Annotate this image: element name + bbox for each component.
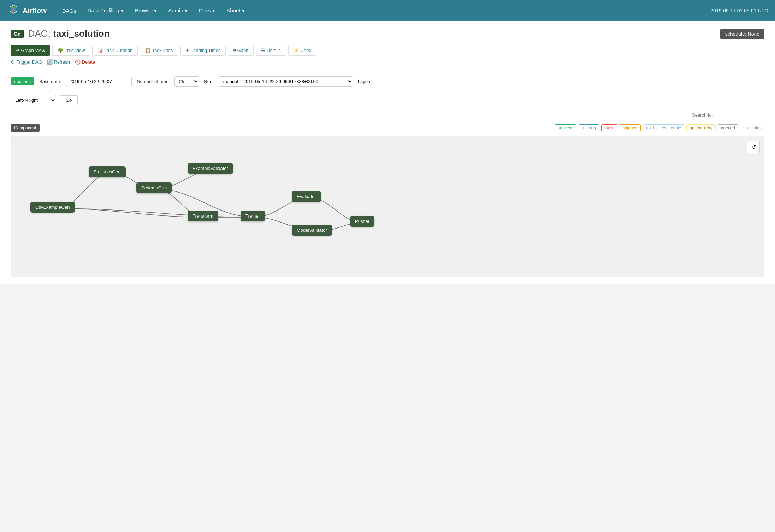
component-label: Component [11,124,40,132]
nav-about[interactable]: About ▾ [221,5,249,17]
dag-title-area: On DAG: taxi_solution [11,28,110,39]
legend-no-status: no_status [740,125,764,131]
nav-admin[interactable]: Admin ▾ [163,5,193,17]
search-input[interactable] [687,110,764,120]
go-button[interactable]: Go [60,95,78,105]
node-evaluator[interactable]: Evaluator [292,191,321,202]
legend-row: Component success running failed skipped… [11,124,764,132]
nav-docs[interactable]: Docs ▾ [194,5,220,17]
tab-task-tries[interactable]: 📋 Task Tries [140,45,178,56]
tab-gantt[interactable]: ≡ Gantt [228,45,254,56]
status-badge: success [11,77,34,85]
dag-toggle[interactable]: On [11,30,24,38]
search-row [11,110,764,120]
layout-row: Left->Right Top->Bottom Go [11,95,764,105]
legend-skipped: skipped [620,124,640,131]
run-label: Run: [204,79,213,84]
view-tabs: ✳ Graph View 🌳 Tree View 📊 Task Duration… [11,45,764,56]
dag-graph-container: ↺ CsvExampleGen StatisticsGen SchemaGen … [11,136,764,277]
trigger-dag-button[interactable]: ⏱ Trigger DAG [11,59,42,65]
node-pusher[interactable]: Pusher [350,216,374,227]
tab-graph-view[interactable]: ✳ Graph View [11,45,50,56]
legend-items: success running failed skipped up_for_re… [555,124,764,131]
refresh-graph-button[interactable]: ↺ [747,141,760,153]
brand[interactable]: Airflow [7,4,47,17]
legend-up-retry: up_for_retry [686,124,716,131]
delete-button[interactable]: 🚫 Delete [75,59,95,65]
tab-landing-times[interactable]: ✈ Landing Times [180,45,226,56]
dag-edges-svg [11,136,764,277]
layout-select[interactable]: Left->Right Top->Bottom [11,95,56,105]
navbar: Airflow DAGs Data Profiling ▾ Browse ▾ A… [0,0,775,21]
tab-details[interactable]: ☰ Details [256,45,286,56]
navbar-time: 2019-05-17 01:05:01 UTC [710,8,768,13]
base-date-label: Base date: [39,79,61,84]
nav-data-profiling[interactable]: Data Profiling ▾ [83,5,129,17]
legend-up-reschedule: up_for_reschedule [643,124,684,131]
node-schema-gen[interactable]: SchemaGen [136,182,172,193]
main-content: On DAG: taxi_solution schedule: None ✳ G… [0,21,775,284]
legend-running: running [579,124,599,131]
nav-browse[interactable]: Browse ▾ [130,5,162,17]
action-buttons: ⏱ Trigger DAG 🔄 Refresh 🚫 Delete [11,59,764,65]
run-select[interactable]: manual__2019-05-16T22:29:06.817838+00:00 [219,76,353,87]
nav-menu: DAGs Data Profiling ▾ Browse ▾ Admin ▾ D… [57,5,711,17]
layout-label: Layout: [358,79,373,84]
tab-task-duration[interactable]: 📊 Task Duration [92,45,138,56]
refresh-button[interactable]: 🔄 Refresh [47,59,70,65]
node-example-validator[interactable]: ExampleValidator [188,163,233,174]
tab-code[interactable]: ⚡ Code [288,45,317,56]
schedule-badge: schedule: None [720,29,764,39]
node-statistics-gen[interactable]: StatisticsGen [89,166,126,177]
dag-title: DAG: taxi_solution [28,28,110,39]
base-date-input[interactable] [66,77,132,86]
num-runs-select[interactable]: 25 10 50 [174,76,199,87]
legend-queued: queued [718,124,738,131]
node-transform[interactable]: Transform [188,211,218,221]
airflow-logo-icon [7,4,20,17]
nav-dags[interactable]: DAGs [57,5,81,17]
tab-tree-view[interactable]: 🌳 Tree View [52,45,90,56]
controls-row: success Base date: Number of runs: 25 10… [11,72,764,91]
node-trainer[interactable]: Trainer [241,211,265,221]
node-csv-example-gen[interactable]: CsvExampleGen [30,202,75,213]
node-model-validator[interactable]: ModelValidator [292,225,332,236]
legend-failed: failed [601,124,618,131]
dag-header: On DAG: taxi_solution schedule: None [11,28,764,39]
legend-success: success [555,124,576,131]
num-runs-label: Number of runs: [137,79,170,84]
